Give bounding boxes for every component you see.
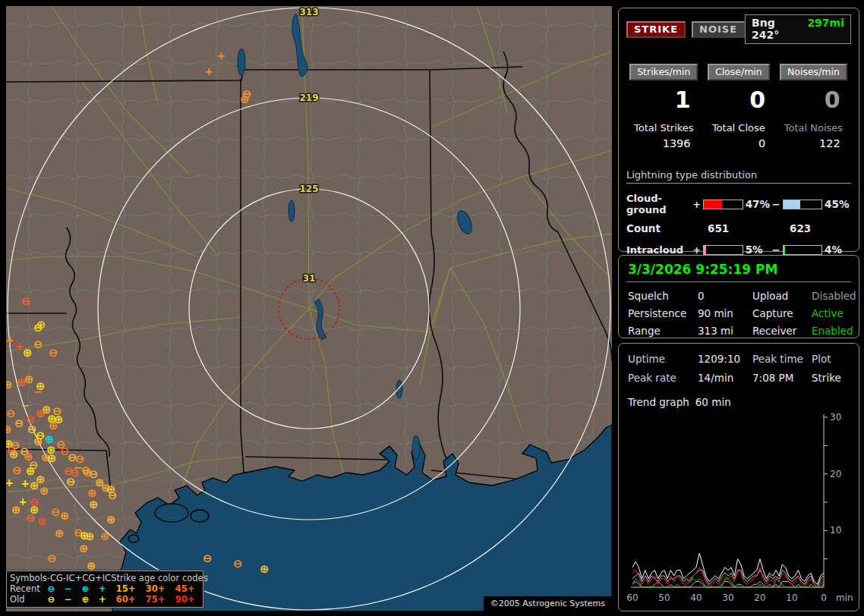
svg-text:30: 30 (830, 412, 841, 423)
total-close-label: Total Close (702, 122, 777, 134)
strike-cg-: ⊖ (26, 511, 36, 525)
strike-mode-button[interactable]: STRIKE (626, 21, 686, 38)
trend-panel: Uptime 1209:10 Peak time Plot Peak rate … (618, 343, 859, 611)
capture-label: Capture (752, 307, 812, 319)
trend-series-total (632, 553, 824, 584)
trend-window-value[interactable]: 60 min (695, 396, 731, 408)
map-legend: Symbols -CG -IC +CG +IC Strike age color… (6, 570, 203, 608)
distribution-title: Lightning type distribution (626, 169, 851, 184)
ring-label-219: 219 (299, 93, 318, 103)
strike-cg-: ⊖ (203, 552, 213, 565)
strike-cg+: ⊕ (49, 419, 58, 432)
svg-text:20: 20 (830, 469, 841, 479)
receiver-label: Receiver (752, 325, 812, 337)
map-canvas: 31321912531 ++⊖⊕⊖⊕++⊖⊕⊖⊖⊕⊕⊕⊕−−⊖⊕⊕⊖⊖⊖⊕⊕⊕⊕… (6, 6, 612, 611)
close-counter-column: Close/min 0 Total Close 0 (702, 64, 777, 149)
total-strikes-value: 1396 (626, 137, 702, 149)
cg-positive-bar (703, 200, 743, 209)
strikes-per-min-badge[interactable]: Strikes/min (629, 64, 698, 80)
rate-counters: Strikes/min 1 Total Strikes 1396 Close/m… (626, 64, 851, 149)
legend-col-pos-ic: +IC (95, 573, 111, 583)
status-panel: 3/3/2026 9:25:19 PM Squelch 0 Upload Dis… (618, 255, 859, 338)
cg-negative-pct: 45% (825, 198, 851, 210)
noises-per-min-badge[interactable]: Noises/min (780, 64, 847, 80)
recent-symbol-+ic: + (94, 583, 111, 594)
capture-value: Active (812, 307, 856, 319)
trend-series-negic (632, 579, 824, 587)
strikes-per-min-value: 1 (626, 86, 702, 113)
strike-cg+: ⊕ (24, 372, 34, 386)
minus-sign: − (772, 199, 780, 210)
strike-cg+: ⊕ (33, 435, 43, 448)
uptime-label: Uptime (628, 353, 698, 365)
cg-count-row: Count 651 623 (626, 222, 851, 234)
strike-cg+: ⊕ (260, 562, 270, 576)
ic-positive-bar (703, 245, 743, 255)
squelch-value: 0 (698, 290, 752, 302)
strike-cg+: ⊕ (6, 378, 12, 391)
strike-ic-: − (33, 385, 43, 398)
strike-ic+: + (216, 49, 225, 61)
recent-symbol--cg: ⊖ (43, 583, 59, 594)
close-per-min-value: 0 (702, 86, 777, 113)
ic-negative-bar (783, 245, 822, 255)
svg-text:10: 10 (830, 525, 841, 536)
receiver-value: Enabled (812, 325, 856, 337)
strike-cg-: ⊖ (21, 294, 31, 308)
stats-panel: STRIKE NOISE Bng 242° 297mi Strikes/min … (618, 8, 859, 252)
strike-cg-: ⊖ (51, 505, 61, 519)
ring-label-125: 125 (299, 184, 318, 194)
age-code-75plus: 75+ (140, 594, 170, 605)
strike-cg+: ⊕ (30, 479, 39, 492)
strike-ic+: + (20, 477, 30, 489)
trend-series-posic (632, 582, 824, 588)
old-symbol--ic: − (60, 594, 77, 605)
plot-mode-value[interactable]: Strike (812, 372, 851, 384)
uptime-value: 1209:10 (698, 353, 752, 365)
cloud-ground-row: Cloud-ground + 47% − 45% (626, 193, 851, 215)
close-per-min-badge[interactable]: Close/min (708, 64, 770, 80)
strike-cg-: ⊖ (66, 475, 76, 489)
svg-text:50: 50 (658, 592, 670, 603)
intracloud-row: Intracloud + 5% − 4% (626, 244, 851, 256)
svg-text:40: 40 (690, 592, 702, 603)
strike-cg-: ⊖ (233, 557, 243, 570)
strike-cg+: ⊕ (39, 484, 49, 498)
strike-ic-: − (20, 399, 30, 411)
bearing-value: Bng 242° (752, 17, 796, 41)
cg-positive-count: 651 (708, 222, 790, 234)
ic-negative-pct: 4% (825, 244, 851, 256)
plot-label: Plot (812, 353, 851, 365)
persistence-label: Persistence (628, 307, 698, 319)
minus-sign: − (772, 244, 780, 256)
svg-text:0: 0 (821, 592, 827, 603)
age-code-45plus: 45+ (170, 583, 200, 594)
strike-cg-: ⊖ (108, 489, 118, 502)
svg-text:10: 10 (786, 592, 797, 603)
strike-cg-: ⊖ (33, 338, 43, 351)
age-code-90plus: 90+ (170, 594, 200, 605)
range-label: Range (628, 325, 698, 337)
cg-positive-pct: 47% (746, 198, 772, 210)
strike-ic+: + (204, 65, 213, 77)
legend-header-row: Symbols -CG -IC +CG +IC Strike age color… (10, 573, 200, 583)
mode-button-row: STRIKE NOISE Bng 242° 297mi (626, 14, 851, 44)
legend-col-neg-cg: -CG (47, 573, 63, 583)
total-noises-label: Total Noises (776, 122, 851, 134)
strike-cg+: ⊕ (55, 526, 65, 540)
cg-negative-bar (783, 200, 822, 209)
strike-cg+: ⊕ (9, 448, 19, 461)
svg-text:min: min (836, 592, 853, 603)
strike-cg-: ⊖ (12, 464, 22, 477)
svg-text:60: 60 (626, 592, 638, 603)
old-ages: 60+75+90+ (111, 594, 200, 605)
strike-cg-: ⊖ (49, 346, 58, 360)
noise-mode-button[interactable]: NOISE (692, 21, 745, 38)
peak-time-value: 7:08 PM (752, 372, 812, 384)
range-value: 313 mi (698, 325, 752, 337)
strike-cg+: ⊕ (100, 530, 110, 543)
total-noises-value: 122 (776, 137, 851, 149)
total-close-value: 0 (702, 137, 777, 149)
radar-map[interactable]: 31321912531 ++⊖⊕⊖⊕++⊖⊕⊖⊖⊕⊕⊕⊕−−⊖⊕⊕⊖⊖⊖⊕⊕⊕⊕… (6, 6, 612, 611)
age-code-60plus: 60+ (111, 594, 140, 605)
